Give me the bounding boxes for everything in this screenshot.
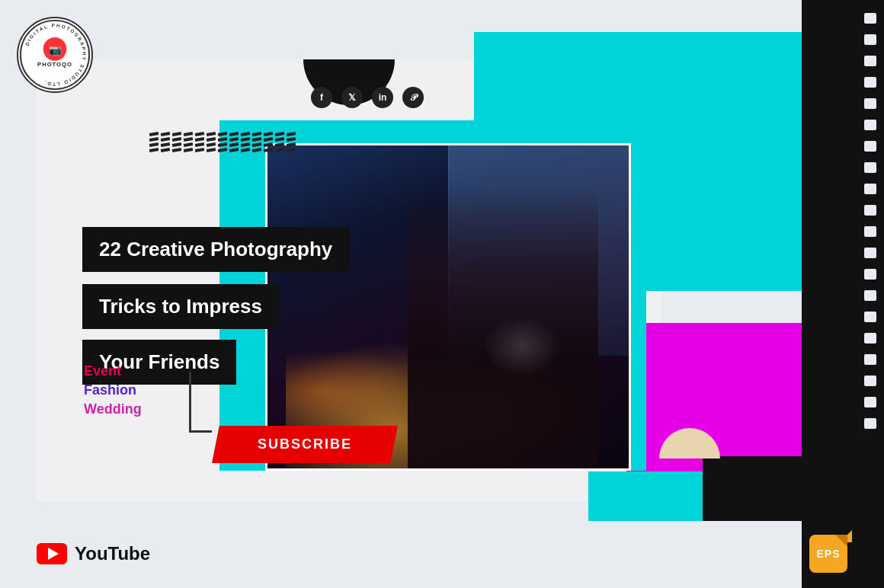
film-hole <box>864 77 876 88</box>
logo-circle-svg: 📷 PHOTOQO DIGITAL PHOTOGRAPHY STUDIO LTD… <box>18 18 91 91</box>
eps-corner-fold <box>835 535 847 547</box>
film-hole <box>864 184 876 194</box>
bracket-decoration <box>189 372 212 433</box>
film-hole <box>864 205 876 216</box>
svg-text:📷: 📷 <box>49 43 62 56</box>
subscribe-button[interactable]: SUBSCRIBE <box>212 426 398 463</box>
pinterest-icon[interactable]: 𝒫 <box>402 87 424 108</box>
youtube-label: YouTube <box>75 543 150 564</box>
category-wedding: Wedding <box>84 401 142 417</box>
eps-badge: EPS <box>809 535 847 573</box>
film-hole <box>864 354 876 365</box>
film-hole <box>864 141 876 152</box>
film-hole <box>864 34 876 45</box>
film-holes-right <box>863 0 878 588</box>
photo-camera-glow <box>484 316 560 377</box>
film-hole <box>864 248 876 258</box>
film-hole <box>864 375 876 386</box>
eps-label: EPS <box>816 548 840 560</box>
category-list: Event Fashion Wedding <box>84 363 142 417</box>
title-line-2: Tricks to Impress <box>82 284 279 329</box>
film-hole <box>864 333 876 344</box>
diagonal-lines-decoration <box>149 133 296 154</box>
youtube-badge: YouTube <box>37 543 150 564</box>
film-hole <box>864 397 876 407</box>
film-strip-right <box>802 0 884 588</box>
youtube-play-icon <box>48 548 59 560</box>
photo-frame <box>265 143 631 471</box>
film-hole <box>864 269 876 280</box>
facebook-icon[interactable]: f <box>311 87 332 108</box>
film-hole <box>864 56 876 66</box>
svg-text:PHOTOQO: PHOTOQO <box>37 61 72 68</box>
film-hole <box>864 98 876 109</box>
bottom-bar: YouTube EPS <box>0 535 884 573</box>
title-line-1: 22 Creative Photography <box>82 227 349 272</box>
main-card: f 𝕏 in 𝒫 22 Creative Photography Tricks … <box>37 59 661 501</box>
youtube-icon <box>37 543 67 564</box>
linkedin-icon[interactable]: in <box>372 87 393 108</box>
film-hole <box>864 162 876 173</box>
category-event: Event <box>84 363 142 379</box>
twitter-icon[interactable]: 𝕏 <box>341 87 363 108</box>
film-hole <box>864 418 876 429</box>
film-hole <box>864 226 876 237</box>
film-hole <box>864 120 876 130</box>
logo-circle: 📷 PHOTOQO DIGITAL PHOTOGRAPHY STUDIO LTD… <box>17 17 93 93</box>
photo-background <box>267 145 629 468</box>
category-fashion: Fashion <box>84 382 142 398</box>
cyan-block-bottom <box>588 471 703 521</box>
black-block-bottom <box>703 456 802 521</box>
film-hole <box>864 290 876 301</box>
film-hole <box>864 312 876 322</box>
social-icons-bar: f 𝕏 in 𝒫 <box>311 87 424 108</box>
film-hole <box>864 13 876 24</box>
